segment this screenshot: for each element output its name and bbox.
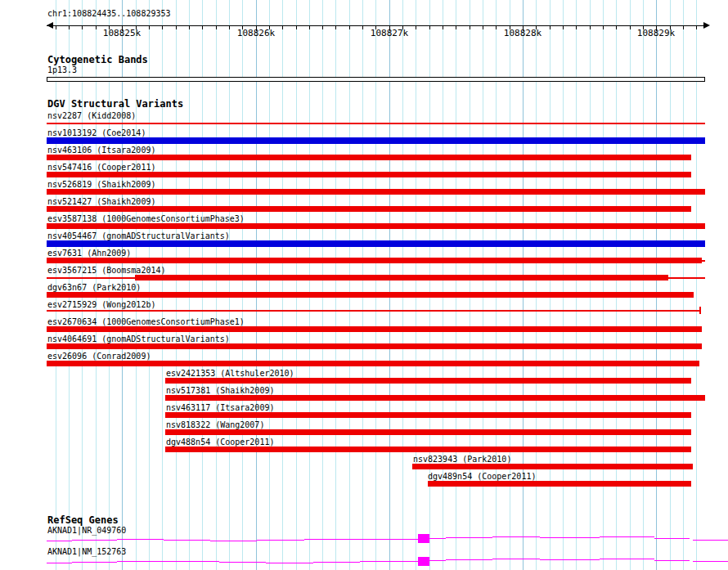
gridline — [202, 0, 203, 570]
gene-intron-line[interactable] — [446, 537, 492, 538]
ruler-tick — [696, 26, 697, 29]
variant-bar[interactable] — [165, 378, 691, 384]
variant-label[interactable]: dgv63n67 (Park2010) — [47, 283, 141, 292]
variant-bar[interactable] — [165, 429, 691, 435]
track-title-cytogenetic-bands: Cytogenetic Bands — [47, 55, 148, 65]
variant-bar[interactable] — [47, 240, 705, 247]
variant-label[interactable]: esv2715929 (Wong2012b) — [47, 300, 155, 309]
variant-bar[interactable] — [135, 275, 668, 281]
ruler-tick — [56, 26, 56, 29]
gene-intron-line[interactable] — [47, 541, 72, 541]
variant-label[interactable]: esv7631 (Ahn2009) — [47, 249, 131, 258]
variant-bar[interactable] — [47, 123, 705, 124]
ruler-tick — [456, 26, 456, 29]
variant-bar[interactable] — [47, 155, 691, 160]
gridline — [322, 0, 323, 570]
ruler-tick — [603, 26, 604, 29]
gene-intron-line[interactable] — [693, 540, 728, 541]
gene-intron-line[interactable] — [492, 559, 540, 559]
gene-intron-line[interactable] — [219, 562, 266, 563]
gene-intron-line[interactable] — [429, 538, 446, 539]
gene-label[interactable]: AKNAD1|NM_152763 — [47, 547, 126, 556]
variant-label[interactable]: esv3567215 (Boomsma2014) — [47, 266, 166, 275]
variant-bar[interactable] — [165, 395, 705, 401]
ruler-tick — [202, 26, 203, 29]
gene-intron-line[interactable] — [693, 561, 728, 562]
variant-bar[interactable] — [47, 206, 691, 212]
variant-bar[interactable] — [47, 343, 702, 349]
gene-label[interactable]: AKNAD1|NR_049760 — [47, 526, 126, 535]
variant-bar[interactable] — [47, 137, 705, 144]
ruler-tick — [683, 26, 684, 29]
gene-intron-line[interactable] — [540, 559, 600, 560]
gene-intron-line[interactable] — [117, 561, 219, 562]
gene-intron-line[interactable] — [117, 539, 164, 540]
gene-intron-line[interactable] — [164, 540, 210, 541]
variant-label[interactable]: dgv488n54 (Cooper2011) — [166, 438, 274, 447]
variant-label[interactable]: nsv463106 (Itsara2009) — [47, 146, 155, 155]
gene-intron-line[interactable] — [47, 563, 72, 563]
variant-bar[interactable] — [47, 258, 702, 263]
variant-bar[interactable] — [412, 464, 693, 469]
variant-bar[interactable] — [47, 292, 694, 298]
variant-bar[interactable] — [47, 189, 705, 195]
variant-label[interactable]: nsv823943 (Park2010) — [413, 455, 511, 464]
variant-label[interactable]: nsv463117 (Itsara2009) — [166, 403, 274, 412]
variant-label[interactable]: esv2421353 (Altshuler2010) — [166, 369, 294, 378]
gridline — [335, 0, 336, 570]
ruler-tick — [309, 26, 310, 29]
variant-label[interactable]: nsv4054467 (gnomADStructuralVariants) — [47, 231, 230, 240]
gene-intron-line[interactable] — [600, 559, 654, 559]
variant-bar[interactable] — [668, 277, 705, 279]
cytoband-box[interactable] — [47, 77, 705, 82]
variant-label[interactable]: nsv818322 (Wang2007) — [166, 420, 264, 429]
gene-intron-line[interactable] — [654, 560, 690, 561]
gene-exon-box[interactable] — [418, 557, 429, 566]
variant-bar[interactable] — [165, 447, 691, 452]
gene-intron-line[interactable] — [266, 563, 313, 563]
gene-exon-box[interactable] — [418, 534, 429, 543]
ruler-tick — [335, 26, 336, 29]
variant-label[interactable]: esv2670634 (1000GenomesConsortiumPhase1) — [47, 317, 245, 326]
gridline — [362, 0, 363, 570]
gene-intron-line[interactable] — [257, 540, 304, 541]
gene-intron-line[interactable] — [72, 540, 117, 541]
gene-intron-line[interactable] — [72, 562, 117, 563]
variant-bar[interactable] — [47, 172, 691, 177]
gridline — [416, 0, 416, 570]
variant-bar[interactable] — [47, 310, 699, 312]
variant-bar[interactable] — [699, 307, 701, 314]
variant-label[interactable]: esv26096 (Conrad2009) — [47, 352, 151, 361]
gene-intron-line[interactable] — [600, 536, 654, 537]
gene-intron-line[interactable] — [492, 536, 540, 537]
variant-label[interactable]: nsv547416 (Cooper2011) — [47, 163, 155, 172]
variant-label[interactable]: nsv2287 (Kidd2008) — [47, 111, 136, 120]
gridline — [256, 0, 257, 570]
gene-intron-line[interactable] — [429, 560, 446, 561]
ruler-tick — [162, 26, 163, 29]
gene-intron-line[interactable] — [313, 562, 360, 563]
variant-label[interactable]: nsv1013192 (Coe2014) — [47, 128, 146, 137]
gene-intron-line[interactable] — [654, 538, 690, 539]
variant-bar[interactable] — [47, 326, 702, 332]
variant-bar[interactable] — [47, 361, 699, 366]
variant-label[interactable]: nsv526819 (Shaikh2009) — [47, 180, 155, 189]
variant-label[interactable]: nsv517381 (Shaikh2009) — [166, 386, 274, 395]
variant-label[interactable]: nsv4064691 (gnomADStructuralVariants) — [47, 334, 230, 343]
variant-bar[interactable] — [702, 260, 705, 262]
gene-intron-line[interactable] — [540, 537, 600, 538]
gene-intron-line[interactable] — [210, 541, 257, 541]
variant-bar[interactable] — [47, 223, 705, 229]
variant-bar[interactable] — [165, 412, 691, 418]
cytoband-label[interactable]: 1p13.3 — [47, 65, 77, 74]
gene-intron-line[interactable] — [304, 539, 418, 540]
variant-label[interactable]: esv3587138 (1000GenomesConsortiumPhase3) — [47, 214, 245, 223]
variant-bar[interactable] — [47, 277, 135, 279]
ruler-tick — [216, 26, 217, 29]
gene-intron-line[interactable] — [446, 559, 492, 560]
gene-intron-line[interactable] — [360, 561, 418, 562]
variant-label[interactable]: nsv521427 (Shaikh2009) — [47, 197, 155, 206]
variant-label[interactable]: dgv489n54 (Cooper2011) — [428, 472, 536, 481]
ruler-tick — [470, 26, 470, 29]
variant-bar[interactable] — [428, 481, 691, 487]
